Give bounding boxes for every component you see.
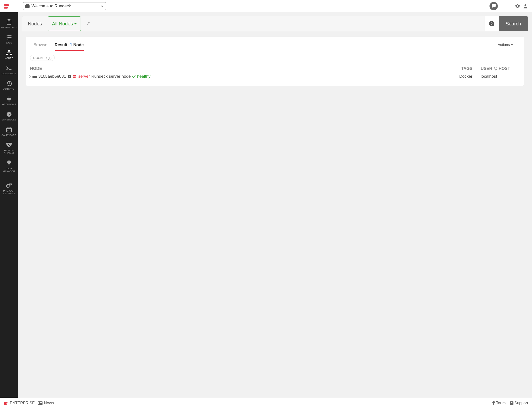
node-row[interactable]: 3105aeb5e031 server Rundeck server node … xyxy=(29,74,521,79)
footer-support[interactable]: Support xyxy=(510,401,528,405)
chat-icon[interactable] xyxy=(489,2,498,10)
terminal-icon xyxy=(6,65,12,71)
footer-news[interactable]: News xyxy=(38,401,54,405)
sidebar-item-nodes[interactable]: NODES xyxy=(0,47,18,63)
svg-rect-11 xyxy=(6,54,8,55)
project-picker[interactable]: Welcome to Rundeck xyxy=(23,2,106,10)
footer-enterprise[interactable]: ENTERPRISE xyxy=(4,401,35,405)
sidebar-item-activity[interactable]: ACTIVITY xyxy=(0,78,18,94)
sidebar-label: CALENDARS xyxy=(1,134,16,136)
svg-rect-5 xyxy=(8,35,11,36)
tab-result-count: 1 xyxy=(70,43,72,47)
sidebar-label: TOUR MANAGER xyxy=(1,167,17,172)
header-node: NODE xyxy=(29,66,443,71)
tab-result-prefix: Result: xyxy=(55,43,69,47)
table-header-row: NODE TAGS USER @ HOST xyxy=(29,64,521,74)
logo-icon xyxy=(4,4,11,9)
footer-enterprise-label: ENTERPRISE xyxy=(10,401,35,405)
project-picker-label: Welcome to Rundeck xyxy=(32,4,100,9)
sidebar: DASHBOARD JOBS NODES COMMANDS ACTIVITY W… xyxy=(0,12,18,398)
sidebar-item-projectsettings[interactable]: PROJECT SETTINGS xyxy=(0,180,18,198)
results-header: Browse Result: 1 Node Actions xyxy=(26,37,524,51)
sidebar-label: WEBHOOKS xyxy=(2,103,16,106)
svg-rect-20 xyxy=(9,130,9,130)
svg-rect-31 xyxy=(38,402,43,405)
list-icon xyxy=(6,34,12,40)
circle-arrow-icon[interactable] xyxy=(67,75,71,78)
header-tags: TAGS xyxy=(443,66,472,71)
footer: ENTERPRISE News Tours Support xyxy=(0,398,532,408)
svg-point-8 xyxy=(7,39,8,40)
actions-label: Actions xyxy=(498,43,510,47)
sidebar-label: SCHEDULES xyxy=(1,118,16,121)
sidebar-item-dashboard[interactable]: DASHBOARD xyxy=(0,17,18,32)
svg-rect-22 xyxy=(8,165,10,165)
plug-icon xyxy=(7,96,11,102)
support-icon xyxy=(510,401,513,405)
node-filter-dropdown[interactable]: All Nodes xyxy=(48,16,81,31)
sidebar-item-healthchecks[interactable]: HEALTH CHECKS xyxy=(0,140,18,158)
news-icon xyxy=(38,401,43,405)
filter-title: Nodes xyxy=(22,16,48,31)
sidebar-item-tourmanager[interactable]: TOUR MANAGER xyxy=(0,158,18,176)
sidebar-label: PROJECT SETTINGS xyxy=(1,189,17,195)
nodes-table: NODE TAGS USER @ HOST 3105aeb5e031 serve… xyxy=(26,63,524,79)
svg-rect-13 xyxy=(9,69,11,70)
main-content: Nodes All Nodes .* ? Search Browse Resul… xyxy=(18,12,532,398)
actions-button[interactable]: Actions xyxy=(495,41,516,48)
svg-rect-17 xyxy=(8,127,8,128)
gears-icon xyxy=(6,183,12,188)
node-filter-name: All Nodes xyxy=(52,21,73,27)
svg-rect-33 xyxy=(39,403,42,404)
clipboard-icon xyxy=(6,19,12,25)
footer-tours[interactable]: Tours xyxy=(492,401,506,405)
expand-icon[interactable] xyxy=(29,75,31,78)
node-userhost: localhost xyxy=(472,74,521,79)
svg-point-27 xyxy=(10,184,11,185)
node-tags: Docker xyxy=(443,74,472,79)
filter-help-button[interactable]: ? xyxy=(485,16,499,31)
settings-icon[interactable] xyxy=(515,3,520,9)
hdd-icon xyxy=(32,75,37,78)
heartbeat-icon xyxy=(6,142,12,148)
svg-rect-32 xyxy=(39,402,40,403)
sidebar-separator xyxy=(3,178,15,178)
sidebar-item-commands[interactable]: COMMANDS xyxy=(0,63,18,78)
caret-down-icon xyxy=(74,23,77,24)
lightbulb-icon xyxy=(7,160,11,166)
sidebar-label: DASHBOARD xyxy=(1,26,17,29)
clock-icon xyxy=(6,111,12,117)
svg-rect-16 xyxy=(7,128,11,129)
svg-rect-3 xyxy=(8,19,10,21)
top-bar: Welcome to Rundeck xyxy=(0,0,532,12)
sidebar-item-jobs[interactable]: JOBS xyxy=(0,32,18,47)
rundeck-icon xyxy=(73,75,77,78)
svg-rect-9 xyxy=(8,39,11,39)
header-userhost: USER @ HOST xyxy=(472,66,521,71)
node-filter-query[interactable]: .* xyxy=(83,16,484,31)
svg-rect-12 xyxy=(10,54,12,55)
sidebar-label: COMMANDS xyxy=(2,72,16,75)
user-icon[interactable] xyxy=(523,3,528,9)
svg-point-6 xyxy=(7,37,8,38)
svg-rect-7 xyxy=(8,37,11,38)
chips-row: DOCKER (1) xyxy=(26,51,524,63)
search-button[interactable]: Search xyxy=(499,16,528,31)
footer-tours-label: Tours xyxy=(496,401,506,405)
chevron-down-icon xyxy=(100,4,104,8)
svg-rect-34 xyxy=(493,404,494,405)
tab-result[interactable]: Result: 1 Node xyxy=(55,40,84,51)
svg-rect-10 xyxy=(8,50,10,52)
tag-chip[interactable]: DOCKER (1) xyxy=(30,55,55,61)
svg-rect-21 xyxy=(10,130,11,130)
calendar-icon xyxy=(6,127,12,133)
sidebar-item-calendars[interactable]: CALENDARS xyxy=(0,124,18,140)
svg-point-4 xyxy=(7,35,8,36)
project-picker-icon xyxy=(25,4,30,8)
results-card: Browse Result: 1 Node Actions DOCKER (1) xyxy=(26,37,524,86)
sidebar-item-schedules[interactable]: SCHEDULES xyxy=(0,109,18,124)
tab-browse[interactable]: Browse xyxy=(33,40,47,51)
svg-point-1 xyxy=(524,4,526,6)
sidebar-item-webhooks[interactable]: WEBHOOKS xyxy=(0,94,18,109)
rundeck-icon xyxy=(4,401,8,405)
